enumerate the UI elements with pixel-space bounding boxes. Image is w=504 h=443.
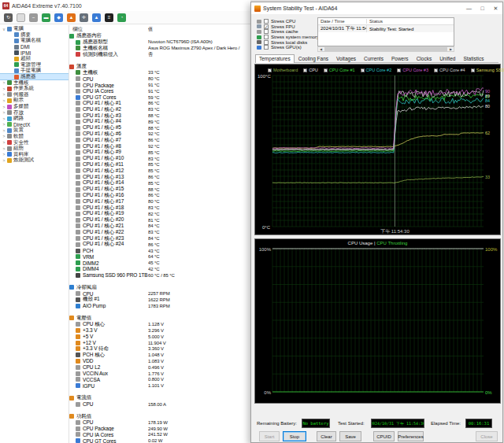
legend-checkbox[interactable]: ✓ (397, 68, 401, 72)
sensor-group-電流值: 電流值 (69, 395, 250, 401)
stability-test-icon[interactable]: ▲ (67, 13, 76, 22)
collapse-arrow-icon[interactable]: > (2, 87, 6, 91)
sidebar-item-感應器[interactable]: 感應器 (0, 74, 69, 80)
sidebar-item-軟體[interactable]: >軟體 (0, 134, 69, 140)
stress-option: Stress cache (257, 29, 318, 35)
collapse-arrow-icon[interactable]: > (2, 134, 6, 138)
sidebar-item-電腦[interactable]: v電腦 (0, 26, 69, 32)
stress-checkbox[interactable]: ✓ (264, 24, 269, 29)
sensor-row: CPU IA Cores91 °C (69, 88, 250, 94)
scroll-right-arrow-icon[interactable]: ▶ (448, 47, 454, 51)
tab-voltages[interactable]: Voltages (332, 54, 360, 62)
refresh-icon[interactable]: ↻ (4, 13, 13, 22)
sidebar-item-電腦名稱[interactable]: 電腦名稱 (0, 38, 69, 44)
sidebar-item-裝置[interactable]: >裝置 (0, 127, 69, 134)
sidebar-item-顯示[interactable]: >顯示 (0, 98, 69, 104)
timer-icon[interactable]: ◔ (117, 13, 126, 22)
cpuid-button[interactable]: CPUID (373, 431, 395, 441)
sensor-label-wrap: +3.3 V (69, 327, 148, 333)
sidebar-item-DMI[interactable]: DMI (0, 44, 69, 50)
tab-currents[interactable]: Currents (360, 54, 387, 62)
desktop: 64 AIDA64 Extreme v7.40.7100 ↻~▬◆▲✛▲≡◔ v… (0, 0, 504, 443)
aida-tools-icon[interactable]: ▲ (92, 13, 101, 22)
graph-icon[interactable]: ~ (29, 13, 38, 22)
sidebar-item-多媒體[interactable]: >多媒體 (0, 104, 69, 110)
scrollbar-thumb[interactable] (324, 47, 447, 51)
legend-checkbox[interactable]: ✓ (471, 68, 475, 72)
maximize-button[interactable]: □ (476, 2, 489, 14)
sensor-label-wrap: CPU (69, 419, 148, 425)
minimize-button[interactable]: — (462, 2, 476, 14)
stress-checkbox[interactable] (264, 40, 269, 45)
sensor-label-wrap: 偵測到機箱侵入 (69, 51, 148, 58)
test-log-table[interactable]: Date / Time Status 2024/10/31 下午 11:54:3… (317, 17, 454, 46)
collapse-arrow-icon[interactable]: > (2, 146, 6, 151)
log-col-status: Status (367, 19, 454, 24)
collapse-arrow-icon[interactable]: > (2, 140, 6, 145)
sidebar-item-資料庫[interactable]: >資料庫 (0, 151, 69, 157)
tab-powers[interactable]: Powers (387, 54, 413, 62)
collapse-arrow-icon[interactable]: > (2, 152, 6, 157)
collapse-arrow-icon[interactable]: > (2, 80, 6, 85)
save-button[interactable]: Save (339, 431, 361, 441)
stress-checkbox[interactable] (264, 19, 269, 24)
stress-checkbox[interactable] (264, 35, 269, 39)
collapse-arrow-icon[interactable]: > (2, 128, 6, 133)
cpu-usage-chart: 100%100%0%0% (255, 239, 500, 403)
sensor-value: 80 °C (148, 199, 241, 204)
tab-unified[interactable]: Unified (435, 54, 459, 62)
sidebar-item-DirectX[interactable]: >DirectX (0, 122, 69, 128)
stress-checkbox[interactable] (264, 29, 269, 34)
log-row[interactable]: 2024/10/31 下午 11:54:30Stability Test: St… (318, 25, 454, 32)
tab-cooling-fans[interactable]: Cooling Fans (295, 54, 332, 62)
tab-statistics[interactable]: Statistics (459, 54, 487, 62)
log-table-hscrollbar[interactable]: ◀ ▶ (317, 46, 454, 52)
sensor-value: 86 °C (148, 175, 241, 179)
close-button[interactable]: ✕ (489, 2, 502, 14)
stress-checkbox[interactable] (264, 45, 269, 50)
sensor-value: 91 °C (148, 83, 241, 87)
collapse-arrow-icon[interactable]: > (2, 92, 6, 97)
legend-checkbox[interactable]: ✓ (303, 68, 307, 72)
legend-item: ✓CPU Core #3 (397, 68, 428, 72)
collapse-arrow-icon[interactable]: > (2, 105, 6, 109)
tab-clocks[interactable]: Clocks (413, 54, 436, 62)
tab-temperatures[interactable]: Temperatures (255, 54, 295, 63)
diagnostics-icon[interactable]: ✛ (80, 13, 88, 22)
stop-button[interactable]: Stop (283, 431, 306, 441)
sidebar-item-伺服器[interactable]: >伺服器 (0, 92, 69, 98)
memory-benchmark-icon[interactable]: ▬ (42, 13, 50, 22)
sidebar-item-效能測試[interactable]: >效能測試 (0, 157, 69, 164)
stress-label: Stress cache (271, 29, 298, 34)
sidebar-item-主機板[interactable]: >主機板 (0, 79, 69, 86)
collapse-arrow-icon[interactable]: > (2, 158, 6, 163)
legend-checkbox[interactable]: ✓ (434, 68, 438, 72)
disk-benchmark-icon[interactable]: ◆ (54, 13, 63, 22)
sidebar-item-IPMI[interactable]: IPMI (0, 50, 69, 56)
stability-titlebar[interactable]: System Stability Test - AIDA64 —□✕ (251, 2, 502, 14)
sensor-value: 91 °C (148, 89, 241, 94)
osd-panel-icon[interactable]: ≡ (105, 13, 113, 22)
report-icon[interactable] (17, 13, 25, 22)
expand-arrow-icon[interactable]: v (2, 27, 6, 31)
preferences-button[interactable]: Preferences (398, 431, 424, 441)
collapse-arrow-icon[interactable]: > (2, 116, 6, 121)
legend-checkbox[interactable]: ✓ (361, 68, 365, 72)
sidebar-item-組態[interactable]: >組態 (0, 146, 69, 152)
sensor-value: 83 °C (148, 230, 241, 234)
clear-button[interactable]: Clear (317, 431, 336, 441)
sensor-value: 158.00 A (148, 402, 241, 407)
sensor-row: DIMM245 °C (69, 260, 250, 266)
collapse-arrow-icon[interactable]: > (2, 98, 6, 103)
legend-checkbox[interactable]: ✓ (268, 68, 272, 72)
sidebar-item-存放[interactable]: >存放 (0, 109, 69, 116)
collapse-arrow-icon[interactable]: > (2, 110, 6, 115)
sidebar-item-作業系統[interactable]: >作業系統 (0, 86, 69, 92)
scroll-left-arrow-icon[interactable]: ◀ (318, 47, 324, 51)
svg-text:80: 80 (485, 104, 490, 109)
sidebar-item-網路[interactable]: >網路 (0, 116, 69, 122)
elapsed-time-label: Elapsed Time: (431, 421, 461, 426)
legend-checkbox[interactable]: ✓ (324, 68, 328, 72)
collapse-arrow-icon[interactable]: > (2, 122, 6, 127)
sidebar-item-安全性[interactable]: >安全性 (0, 139, 69, 146)
